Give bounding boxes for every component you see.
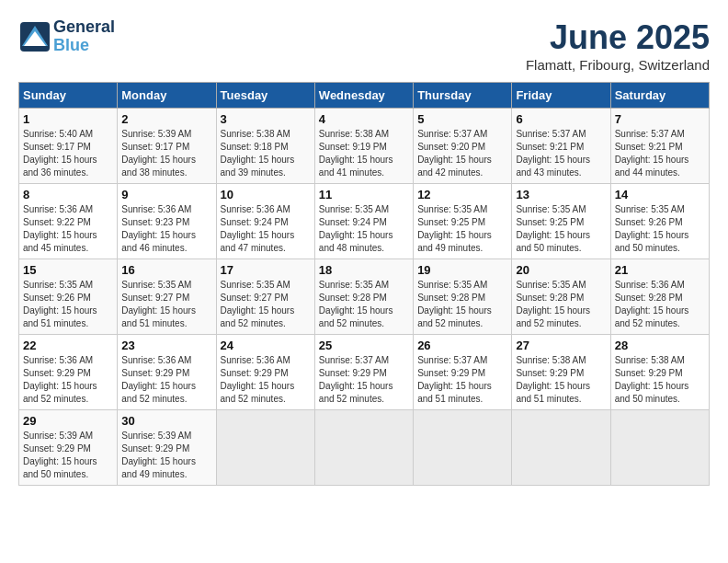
calendar-subtitle: Flamatt, Fribourg, Switzerland — [526, 57, 710, 73]
day-info: Sunrise: 5:40 AMSunset: 9:17 PMDaylight:… — [23, 128, 113, 179]
day-number: 24 — [221, 339, 311, 352]
day-number: 23 — [121, 339, 211, 352]
table-cell: 23Sunrise: 5:36 AMSunset: 9:29 PMDayligh… — [118, 335, 216, 410]
table-cell: 3Sunrise: 5:38 AMSunset: 9:18 PMDaylight… — [216, 109, 314, 184]
day-info: Sunrise: 5:36 AMSunset: 9:29 PMDaylight:… — [23, 354, 113, 406]
day-info: Sunrise: 5:36 AMSunset: 9:22 PMDaylight:… — [23, 203, 113, 255]
day-info: Sunrise: 5:35 AMSunset: 9:27 PMDaylight:… — [221, 279, 311, 330]
day-number: 12 — [417, 188, 507, 201]
day-info: Sunrise: 5:37 AMSunset: 9:21 PMDaylight:… — [516, 128, 606, 179]
day-number: 15 — [23, 263, 113, 277]
day-info: Sunrise: 5:38 AMSunset: 9:29 PMDaylight:… — [516, 354, 606, 406]
day-info: Sunrise: 5:35 AMSunset: 9:28 PMDaylight:… — [516, 279, 606, 330]
day-info: Sunrise: 5:38 AMSunset: 9:18 PMDaylight:… — [221, 128, 311, 179]
day-number: 10 — [221, 188, 311, 201]
day-info: Sunrise: 5:36 AMSunset: 9:29 PMDaylight:… — [221, 354, 311, 406]
day-info: Sunrise: 5:39 AMSunset: 9:29 PMDaylight:… — [23, 430, 113, 481]
day-number: 1 — [23, 112, 113, 126]
header-row: Sunday Monday Tuesday Wednesday Thursday… — [19, 83, 710, 109]
day-number: 4 — [319, 112, 409, 126]
day-info: Sunrise: 5:39 AMSunset: 9:17 PMDaylight:… — [121, 128, 211, 179]
day-number: 3 — [221, 112, 311, 126]
header: General Blue June 2025 Flamatt, Fribourg… — [18, 18, 710, 73]
day-number: 21 — [615, 263, 705, 277]
day-number: 27 — [516, 339, 606, 352]
col-sunday: Sunday — [19, 83, 118, 109]
day-info: Sunrise: 5:36 AMSunset: 9:23 PMDaylight:… — [121, 203, 211, 255]
table-cell: 8Sunrise: 5:36 AMSunset: 9:22 PMDaylight… — [19, 184, 118, 259]
day-number: 28 — [615, 339, 705, 352]
day-info: Sunrise: 5:37 AMSunset: 9:20 PMDaylight:… — [417, 128, 507, 179]
day-number: 22 — [23, 339, 113, 352]
table-cell — [414, 410, 512, 486]
day-number: 2 — [121, 112, 211, 126]
day-info: Sunrise: 5:37 AMSunset: 9:29 PMDaylight:… — [417, 354, 507, 406]
table-cell: 4Sunrise: 5:38 AMSunset: 9:19 PMDaylight… — [314, 109, 413, 184]
table-cell — [512, 410, 610, 486]
day-info: Sunrise: 5:36 AMSunset: 9:28 PMDaylight:… — [615, 279, 705, 330]
day-number: 13 — [516, 188, 606, 201]
table-cell — [610, 410, 709, 486]
day-info: Sunrise: 5:36 AMSunset: 9:29 PMDaylight:… — [121, 354, 211, 406]
day-number: 17 — [221, 263, 311, 277]
logo-icon — [18, 20, 51, 53]
day-number: 29 — [23, 414, 113, 428]
day-number: 25 — [319, 339, 409, 352]
table-cell: 13Sunrise: 5:35 AMSunset: 9:25 PMDayligh… — [512, 184, 610, 259]
col-saturday: Saturday — [610, 83, 709, 109]
table-cell: 30Sunrise: 5:39 AMSunset: 9:29 PMDayligh… — [118, 410, 216, 486]
table-cell: 24Sunrise: 5:36 AMSunset: 9:29 PMDayligh… — [216, 335, 314, 410]
day-number: 18 — [319, 263, 409, 277]
day-info: Sunrise: 5:35 AMSunset: 9:28 PMDaylight:… — [417, 279, 507, 330]
table-cell: 27Sunrise: 5:38 AMSunset: 9:29 PMDayligh… — [512, 335, 610, 410]
day-info: Sunrise: 5:36 AMSunset: 9:24 PMDaylight:… — [221, 203, 311, 255]
day-number: 20 — [516, 263, 606, 277]
table-cell: 14Sunrise: 5:35 AMSunset: 9:26 PMDayligh… — [610, 184, 709, 259]
day-info: Sunrise: 5:39 AMSunset: 9:29 PMDaylight:… — [121, 430, 211, 481]
day-info: Sunrise: 5:35 AMSunset: 9:25 PMDaylight:… — [516, 203, 606, 255]
day-number: 14 — [615, 188, 705, 201]
col-monday: Monday — [118, 83, 216, 109]
table-cell: 29Sunrise: 5:39 AMSunset: 9:29 PMDayligh… — [19, 410, 118, 486]
table-cell: 18Sunrise: 5:35 AMSunset: 9:28 PMDayligh… — [314, 259, 413, 335]
day-number: 11 — [319, 188, 409, 201]
table-cell: 9Sunrise: 5:36 AMSunset: 9:23 PMDaylight… — [118, 184, 216, 259]
day-number: 30 — [121, 414, 211, 428]
table-cell: 22Sunrise: 5:36 AMSunset: 9:29 PMDayligh… — [19, 335, 118, 410]
table-cell: 11Sunrise: 5:35 AMSunset: 9:24 PMDayligh… — [314, 184, 413, 259]
table-cell: 26Sunrise: 5:37 AMSunset: 9:29 PMDayligh… — [414, 335, 512, 410]
table-cell: 12Sunrise: 5:35 AMSunset: 9:25 PMDayligh… — [414, 184, 512, 259]
table-cell: 17Sunrise: 5:35 AMSunset: 9:27 PMDayligh… — [216, 259, 314, 335]
col-thursday: Thursday — [414, 83, 512, 109]
table-cell: 15Sunrise: 5:35 AMSunset: 9:26 PMDayligh… — [19, 259, 118, 335]
table-cell: 5Sunrise: 5:37 AMSunset: 9:20 PMDaylight… — [414, 109, 512, 184]
col-tuesday: Tuesday — [216, 83, 314, 109]
table-cell: 7Sunrise: 5:37 AMSunset: 9:21 PMDaylight… — [610, 109, 709, 184]
day-number: 8 — [23, 188, 113, 201]
col-friday: Friday — [512, 83, 610, 109]
table-cell: 16Sunrise: 5:35 AMSunset: 9:27 PMDayligh… — [118, 259, 216, 335]
logo-text: General Blue — [53, 18, 115, 55]
day-number: 6 — [516, 112, 606, 126]
day-info: Sunrise: 5:38 AMSunset: 9:19 PMDaylight:… — [319, 128, 409, 179]
col-wednesday: Wednesday — [314, 83, 413, 109]
day-info: Sunrise: 5:35 AMSunset: 9:26 PMDaylight:… — [615, 203, 705, 255]
day-info: Sunrise: 5:35 AMSunset: 9:24 PMDaylight:… — [319, 203, 409, 255]
table-cell: 6Sunrise: 5:37 AMSunset: 9:21 PMDaylight… — [512, 109, 610, 184]
table-cell: 10Sunrise: 5:36 AMSunset: 9:24 PMDayligh… — [216, 184, 314, 259]
day-info: Sunrise: 5:37 AMSunset: 9:21 PMDaylight:… — [615, 128, 705, 179]
calendar-title: June 2025 — [526, 18, 710, 57]
day-info: Sunrise: 5:38 AMSunset: 9:29 PMDaylight:… — [615, 354, 705, 406]
day-info: Sunrise: 5:37 AMSunset: 9:29 PMDaylight:… — [319, 354, 409, 406]
day-number: 5 — [417, 112, 507, 126]
table-cell: 20Sunrise: 5:35 AMSunset: 9:28 PMDayligh… — [512, 259, 610, 335]
table-cell — [314, 410, 413, 486]
day-info: Sunrise: 5:35 AMSunset: 9:27 PMDaylight:… — [121, 279, 211, 330]
logo: General Blue — [18, 18, 115, 55]
day-info: Sunrise: 5:35 AMSunset: 9:26 PMDaylight:… — [23, 279, 113, 330]
day-number: 26 — [417, 339, 507, 352]
day-number: 19 — [417, 263, 507, 277]
table-cell: 21Sunrise: 5:36 AMSunset: 9:28 PMDayligh… — [610, 259, 709, 335]
day-number: 7 — [615, 112, 705, 126]
table-cell: 25Sunrise: 5:37 AMSunset: 9:29 PMDayligh… — [314, 335, 413, 410]
